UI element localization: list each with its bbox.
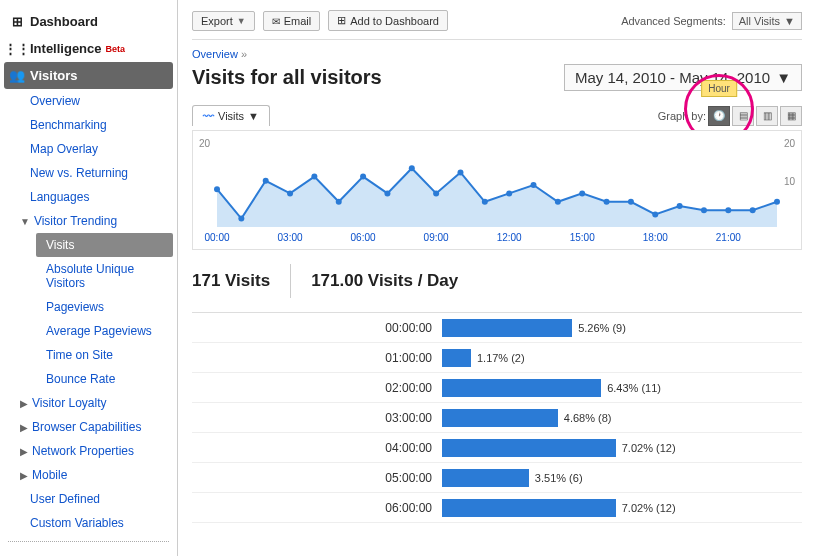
sidebar-item-pageviews[interactable]: Pageviews	[16, 295, 177, 319]
sidebar-item-time-on-site[interactable]: Time on Site	[16, 343, 177, 367]
sidebar-browser-label: Browser Capabilities	[32, 420, 141, 434]
bar-row: 04:00:007.02% (12)	[192, 433, 802, 463]
sidebar-item-visits[interactable]: Visits	[36, 233, 173, 257]
sidebar-loyalty[interactable]: ▶ Visitor Loyalty	[0, 391, 177, 415]
visitors-icon: 👥	[10, 69, 24, 83]
sidebar-item-avg-pageviews[interactable]: Average Pageviews	[16, 319, 177, 343]
date-range-picker[interactable]: May 14, 2010 - May 14, 2010 ▼	[564, 64, 802, 91]
sidebar-trending-label: Visitor Trending	[34, 214, 117, 228]
hourly-bar-chart: 00:00:005.26% (9)01:00:001.17% (2)02:00:…	[192, 312, 802, 523]
bar-row: 01:00:001.17% (2)	[192, 343, 802, 373]
sidebar-dashboard-label: Dashboard	[30, 14, 98, 29]
sidebar-item-custom-vars[interactable]: Custom Variables	[0, 511, 177, 535]
email-button[interactable]: Email	[263, 11, 321, 31]
sidebar-mobile[interactable]: ▶ Mobile	[0, 463, 177, 487]
caret-right-icon: ▶	[20, 446, 28, 457]
svg-text:15:00: 15:00	[570, 232, 595, 243]
svg-text:10: 10	[784, 176, 796, 187]
graph-by-hour-button[interactable]: 🕐	[708, 106, 730, 126]
bar-label: 03:00:00	[192, 411, 442, 425]
svg-text:09:00: 09:00	[424, 232, 449, 243]
caret-right-icon: ▶	[20, 422, 28, 433]
svg-point-5	[311, 174, 317, 180]
breadcrumb[interactable]: Overview »	[192, 48, 802, 60]
graph-by-day-button[interactable]: ▤	[732, 106, 754, 126]
sidebar-item-overview[interactable]: Overview	[0, 89, 177, 113]
chevron-down-icon: ▼	[776, 69, 791, 86]
sidebar-loyalty-label: Visitor Loyalty	[32, 396, 106, 410]
bar-fill	[442, 349, 471, 367]
chevron-down-icon: ▼	[237, 16, 246, 26]
chevron-down-icon: ▼	[248, 110, 259, 122]
svg-point-15	[555, 199, 561, 205]
main-content: Export ▼ Email Add to Dashboard Advanced…	[178, 0, 816, 556]
svg-point-4	[287, 190, 293, 196]
bar-value: 5.26% (9)	[578, 322, 626, 334]
svg-point-19	[652, 211, 658, 217]
bar-label: 05:00:00	[192, 471, 442, 485]
sidebar-mobile-label: Mobile	[32, 468, 67, 482]
envelope-icon	[272, 15, 280, 27]
export-button[interactable]: Export ▼	[192, 11, 255, 31]
sidebar-visitors[interactable]: 👥 Visitors	[4, 62, 173, 89]
total-visits: 171 Visits	[192, 271, 270, 291]
summary-row: 171 Visits 171.00 Visits / Day	[192, 250, 802, 312]
sidebar-dashboard[interactable]: ⊞ Dashboard	[0, 8, 177, 35]
bar-row: 00:00:005.26% (9)	[192, 313, 802, 343]
graph-by-month-button[interactable]: ▦	[780, 106, 802, 126]
graph-by-week-button[interactable]: ▥	[756, 106, 778, 126]
sidebar-item-map-overlay[interactable]: Map Overlay	[0, 137, 177, 161]
svg-text:20: 20	[784, 138, 796, 149]
svg-point-6	[336, 199, 342, 205]
bar-label: 00:00:00	[192, 321, 442, 335]
toolbar: Export ▼ Email Add to Dashboard Advanced…	[192, 10, 802, 31]
sidebar-traffic[interactable]: ⇄ Traffic Sources	[0, 548, 177, 556]
sidebar-item-new-returning[interactable]: New vs. Returning	[0, 161, 177, 185]
sidebar-item-benchmarking[interactable]: Benchmarking	[0, 113, 177, 137]
bar-fill	[442, 499, 616, 517]
caret-right-icon: ▶	[20, 470, 28, 481]
sidebar-item-absolute-unique[interactable]: Absolute Unique Visitors	[16, 257, 177, 295]
sidebar-item-languages[interactable]: Languages	[0, 185, 177, 209]
segment-select[interactable]: All Visits ▼	[732, 12, 802, 30]
segment-value: All Visits	[739, 15, 780, 27]
add-dashboard-button[interactable]: Add to Dashboard	[328, 10, 448, 31]
add-label: Add to Dashboard	[350, 15, 439, 27]
summary-divider	[290, 264, 291, 298]
bar-row: 05:00:003.51% (6)	[192, 463, 802, 493]
bar-track: 1.17% (2)	[442, 349, 802, 367]
svg-point-2	[238, 216, 244, 222]
sidebar-network[interactable]: ▶ Network Properties	[0, 439, 177, 463]
sidebar-item-user-defined[interactable]: User Defined	[0, 487, 177, 511]
page-title: Visits for all visitors	[192, 66, 382, 89]
bar-label: 04:00:00	[192, 441, 442, 455]
bar-fill	[442, 319, 572, 337]
chevron-down-icon: ▼	[784, 15, 795, 27]
svg-point-11	[457, 169, 463, 175]
svg-text:06:00: 06:00	[351, 232, 376, 243]
tab-label: Visits	[218, 110, 244, 122]
bar-label: 06:00:00	[192, 501, 442, 515]
svg-point-20	[677, 203, 683, 209]
visits-tab[interactable]: 〰 Visits ▼	[192, 105, 270, 126]
graph-by-group: Graph by: 🕐 Hour ▤ ▥ ▦	[658, 106, 802, 126]
bar-track: 6.43% (11)	[442, 379, 802, 397]
sidebar-divider	[8, 541, 169, 542]
bar-fill	[442, 439, 616, 457]
visits-per-day: 171.00 Visits / Day	[311, 271, 458, 291]
sidebar-intelligence-label: Intelligence	[30, 41, 102, 56]
svg-point-14	[531, 182, 537, 188]
sidebar-browser[interactable]: ▶ Browser Capabilities	[0, 415, 177, 439]
dashboard-icon: ⊞	[10, 15, 24, 29]
svg-text:21:00: 21:00	[716, 232, 741, 243]
divider	[192, 39, 802, 40]
sidebar-intelligence[interactable]: ⋮⋮ Intelligence Beta	[0, 35, 177, 62]
bar-track: 5.26% (9)	[442, 319, 802, 337]
raquo-icon: »	[241, 48, 247, 60]
bar-value: 3.51% (6)	[535, 472, 583, 484]
sidebar-trending[interactable]: ▼ Visitor Trending	[0, 209, 177, 233]
bar-value: 7.02% (12)	[622, 502, 676, 514]
bar-row: 06:00:007.02% (12)	[192, 493, 802, 523]
sidebar-item-bounce-rate[interactable]: Bounce Rate	[16, 367, 177, 391]
svg-point-8	[384, 190, 390, 196]
